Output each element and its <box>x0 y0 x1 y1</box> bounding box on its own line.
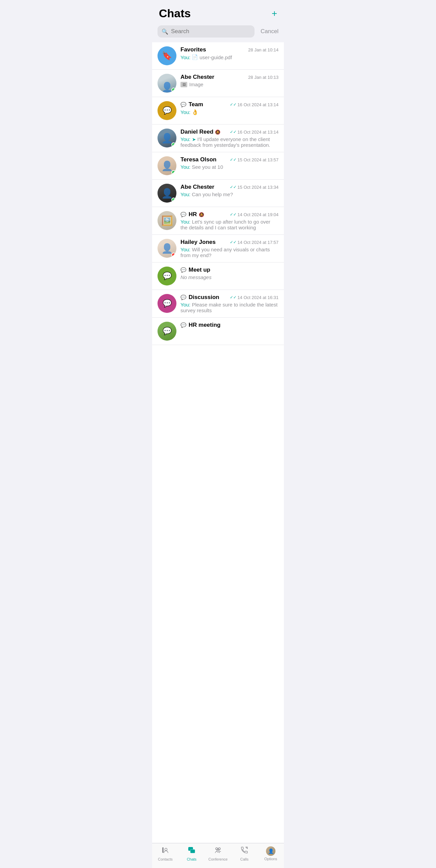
svg-rect-4 <box>190 849 195 853</box>
chat-content: Daniel Reed 🔕 ✓✓ 16 Oct 2024 at 13:14 Yo… <box>180 129 278 148</box>
chat-top: Favorites 28 Jan at 10:14 <box>180 46 278 53</box>
chat-item-hailey-jones[interactable]: 👤 Hailey Jones ✓✓ 14 Oct 2024 at 17:57 Y… <box>152 235 284 262</box>
chat-top: Abe Chester 28 Jan at 10:13 <box>180 74 278 81</box>
chat-time-wrapper: ✓✓ 15 Oct 2024 at 13:57 <box>230 157 278 162</box>
chat-name: 💬Team <box>180 101 203 108</box>
add-chat-button[interactable]: + <box>272 8 277 19</box>
chat-time-wrapper: ✓✓ 14 Oct 2024 at 19:04 <box>230 212 278 217</box>
chat-time-wrapper: ✓✓ 15 Oct 2024 at 13:34 <box>230 185 278 190</box>
svg-rect-0 <box>162 847 164 853</box>
avatar-daniel: 👤 <box>158 129 176 147</box>
options-icon: 👤 <box>266 846 275 856</box>
avatar-hr: 🖼️ <box>158 211 176 230</box>
chat-list: 🔖 Favorites 28 Jan at 10:14 You: 📄 user-… <box>152 42 284 843</box>
header: Chats + <box>152 0 284 23</box>
chat-time-wrapper: ✓✓ 14 Oct 2024 at 17:57 <box>230 240 278 245</box>
chat-name: Teresa Olson <box>180 156 216 163</box>
chat-content: 💬Team ✓✓ 16 Oct 2024 at 13:14 You: 👌 <box>180 101 278 115</box>
chat-top: 💬HR 🔕 ✓✓ 14 Oct 2024 at 19:04 <box>180 211 278 218</box>
chats-icon <box>188 846 196 856</box>
chat-item-favorites[interactable]: 🔖 Favorites 28 Jan at 10:14 You: 📄 user-… <box>152 42 284 70</box>
chat-item-hr[interactable]: 🖼️ 💬HR 🔕 ✓✓ 14 Oct 2024 at 19:04 You: Le… <box>152 207 284 235</box>
chat-content: 💬Discussion ✓✓ 14 Oct 2024 at 16:31 You:… <box>180 294 278 313</box>
avatar-abe1: 👤 <box>158 74 176 93</box>
search-input[interactable] <box>171 28 250 35</box>
chat-time: 16 Oct 2024 at 13:14 <box>238 102 278 107</box>
chat-item-team[interactable]: 💬 💬Team ✓✓ 16 Oct 2024 at 13:14 You: 👌 <box>152 97 284 124</box>
options-label: Options <box>264 857 277 861</box>
nav-item-chats[interactable]: Chats <box>178 846 205 861</box>
chat-content: 💬HR 🔕 ✓✓ 14 Oct 2024 at 19:04 You: Let's… <box>180 211 278 230</box>
chat-name: Hailey Jones <box>180 239 216 246</box>
avatar-meetup: 💬 <box>158 267 176 285</box>
chat-name: Abe Chester <box>180 184 214 190</box>
avatar-team: 💬 <box>158 101 176 120</box>
calls-icon <box>240 846 248 856</box>
chat-time: 14 Oct 2024 at 16:31 <box>238 295 278 300</box>
page-title: Chats <box>159 7 191 20</box>
chat-item-abe-chester-1[interactable]: 👤 Abe Chester 28 Jan at 10:13 🖼Image <box>152 70 284 97</box>
chat-item-meetup[interactable]: 💬 💬Meet up No messages <box>152 262 284 290</box>
chat-item-abe-chester-2[interactable]: 👤 Abe Chester ✓✓ 15 Oct 2024 at 13:34 Yo… <box>152 180 284 207</box>
chat-time: 15 Oct 2024 at 13:34 <box>238 185 278 190</box>
chat-top: 💬Team ✓✓ 16 Oct 2024 at 13:14 <box>180 101 278 108</box>
chats-label: Chats <box>187 857 197 861</box>
calls-label: Calls <box>240 857 248 861</box>
avatar-teresa: 👤 <box>158 156 176 175</box>
chat-item-teresa-olson[interactable]: 👤 Teresa Olson ✓✓ 15 Oct 2024 at 13:57 Y… <box>152 152 284 180</box>
chat-top: 💬Discussion ✓✓ 14 Oct 2024 at 16:31 <box>180 294 278 301</box>
avatar-hr-meeting: 💬 <box>158 322 176 341</box>
chat-name: Abe Chester <box>180 74 214 81</box>
avatar-hailey: 👤 <box>158 239 176 258</box>
chat-top: 💬Meet up <box>180 267 278 273</box>
conference-label: Conference <box>209 857 228 861</box>
chat-name: Favorites <box>180 46 206 53</box>
chat-time: 14 Oct 2024 at 17:57 <box>238 240 278 245</box>
chat-time-wrapper: ✓✓ 16 Oct 2024 at 13:14 <box>230 130 278 135</box>
chat-time: 28 Jan at 10:13 <box>248 75 278 80</box>
chat-top: Hailey Jones ✓✓ 14 Oct 2024 at 17:57 <box>180 239 278 246</box>
chat-content: Hailey Jones ✓✓ 14 Oct 2024 at 17:57 You… <box>180 239 278 258</box>
chat-content: 💬Meet up No messages <box>180 267 278 280</box>
chat-content: Abe Chester 28 Jan at 10:13 🖼Image <box>180 74 278 87</box>
chat-time: 15 Oct 2024 at 13:57 <box>238 157 278 162</box>
chat-content: Teresa Olson ✓✓ 15 Oct 2024 at 13:57 You… <box>180 156 278 170</box>
avatar-favorites: 🔖 <box>158 46 176 65</box>
chat-time-wrapper: 28 Jan at 10:13 <box>248 75 278 80</box>
conference-icon <box>214 846 222 856</box>
nav-item-conference[interactable]: Conference <box>205 846 231 861</box>
contacts-icon <box>161 846 169 856</box>
chat-top: Daniel Reed 🔕 ✓✓ 16 Oct 2024 at 13:14 <box>180 129 278 135</box>
search-bar: 🔍 Cancel <box>152 23 284 42</box>
chat-name: 💬Meet up <box>180 267 210 273</box>
chat-content: 💬HR meeting <box>180 322 278 329</box>
chat-time: 28 Jan at 10:14 <box>248 47 278 52</box>
nav-item-options[interactable]: 👤 Options <box>258 846 284 861</box>
bottom-nav: Contacts Chats Conference <box>152 843 284 868</box>
chat-content: Favorites 28 Jan at 10:14 You: 📄 user-gu… <box>180 46 278 60</box>
chat-item-hr-meeting[interactable]: 💬 💬HR meeting <box>152 318 284 345</box>
nav-item-calls[interactable]: Calls <box>231 846 258 861</box>
chat-time: 14 Oct 2024 at 19:04 <box>238 212 278 217</box>
search-icon: 🔍 <box>162 28 168 35</box>
chat-name: 💬Discussion <box>180 294 219 301</box>
svg-point-7 <box>217 850 219 852</box>
chat-name: 💬HR 🔕 <box>180 211 204 218</box>
contacts-label: Contacts <box>158 857 172 861</box>
chat-content: Abe Chester ✓✓ 15 Oct 2024 at 13:34 You:… <box>180 184 278 197</box>
avatar-abe2: 👤 <box>158 184 176 203</box>
chat-top: 💬HR meeting <box>180 322 278 328</box>
avatar-discussion: 💬 <box>158 294 176 313</box>
cancel-button[interactable]: Cancel <box>257 28 278 35</box>
chat-name: Daniel Reed 🔕 <box>180 129 220 135</box>
chat-item-daniel-reed[interactable]: 👤 Daniel Reed 🔕 ✓✓ 16 Oct 2024 at 13:14 … <box>152 124 284 152</box>
chat-name: 💬HR meeting <box>180 322 220 328</box>
chat-time-wrapper: 28 Jan at 10:14 <box>248 47 278 52</box>
chat-time: 16 Oct 2024 at 13:14 <box>238 130 278 135</box>
chat-top: Abe Chester ✓✓ 15 Oct 2024 at 13:34 <box>180 184 278 190</box>
chat-item-discussion[interactable]: 💬 💬Discussion ✓✓ 14 Oct 2024 at 16:31 Yo… <box>152 290 284 318</box>
chat-time-wrapper: ✓✓ 14 Oct 2024 at 16:31 <box>230 295 278 300</box>
svg-point-1 <box>165 848 167 851</box>
nav-item-contacts[interactable]: Contacts <box>152 846 178 861</box>
chat-time-wrapper: ✓✓ 16 Oct 2024 at 13:14 <box>230 102 278 107</box>
